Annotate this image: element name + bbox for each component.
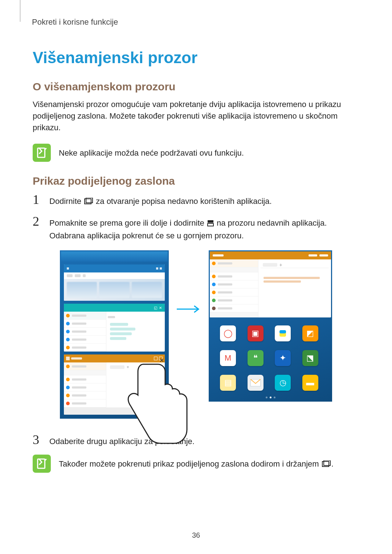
section-heading-about: O višenamjenskom prozoru xyxy=(33,81,359,93)
note-text-2: Također možete pokrenuti prikaz podijelj… xyxy=(59,455,334,470)
note-icon xyxy=(33,144,51,162)
step-3-text: Odaberite drugu aplikaciju za pokretanje… xyxy=(49,433,195,447)
note-2-text-b: . xyxy=(331,459,334,468)
app-clock-icon: ◷ xyxy=(275,375,291,391)
arrow-right-icon xyxy=(176,305,201,315)
note-text-1: Neke aplikacije možda neće podržavati ov… xyxy=(59,144,244,159)
step-1-text-b: za otvaranje popisa nedavno korištenih a… xyxy=(96,197,271,206)
app-video-icon: ▣ xyxy=(248,325,264,341)
app-galaxy-icon xyxy=(275,325,291,341)
margin-rule xyxy=(20,0,20,22)
svg-rect-0 xyxy=(38,148,45,157)
app-email-icon xyxy=(248,375,264,391)
note-2-text-a: Također možete pokrenuti prikaz podijelj… xyxy=(59,459,321,468)
step-2-text-c: Odabrana aplikacija pokrenut će se u gor… xyxy=(49,231,244,240)
recent-apps-icon xyxy=(84,196,93,208)
app-gallery-icon: ◩ xyxy=(302,325,318,341)
step-3: 3 Odaberite drugu aplikaciju za pokretan… xyxy=(33,433,359,447)
step-2-text-a: Pomaknite se prema gore ili dolje i dodi… xyxy=(49,218,207,227)
svg-rect-3 xyxy=(208,220,213,223)
app-maps-icon: ⬔ xyxy=(302,350,318,366)
step-2-text: Pomaknite se prema gore ili dolje i dodi… xyxy=(49,215,327,242)
recent-apps-icon xyxy=(322,459,331,470)
step-number: 3 xyxy=(33,433,43,446)
step-1: 1 Dodirnite za otvaranje popisa nedavno … xyxy=(33,193,359,208)
screenshot-split-result: + ◯ ▣ ◩ M ❝ ✦ ⬔ ▤ ◷ xyxy=(209,250,332,402)
note-block-1: Neke aplikacije možda neće podržavati ov… xyxy=(33,144,359,162)
figure-row: ◱✕ xyxy=(33,250,359,419)
step-1-text-a: Dodirnite xyxy=(49,197,83,206)
app-gmail-icon: M xyxy=(220,350,236,366)
svg-rect-4 xyxy=(208,223,213,226)
section-heading-split: Prikaz podijeljenog zaslona xyxy=(33,175,359,187)
note-icon xyxy=(33,455,51,473)
svg-rect-9 xyxy=(38,459,45,468)
breadcrumb: Pokreti i korisne funkcije xyxy=(32,17,359,27)
page-content: Pokreti i korisne funkcije Višenamjenski… xyxy=(0,0,392,473)
app-hangouts-icon: ❝ xyxy=(248,350,264,366)
app-chrome-icon: ◯ xyxy=(220,325,236,341)
split-view-icon xyxy=(207,218,214,230)
section-body-about: Višenamjenski prozor omogućuje vam pokre… xyxy=(33,99,359,134)
app-notes-icon: ▤ xyxy=(220,375,236,391)
screenshot-recent-apps: ◱✕ xyxy=(60,250,169,419)
page-title: Višenamjenski prozor xyxy=(33,49,359,67)
app-internet-icon: ✦ xyxy=(275,350,291,366)
svg-rect-7 xyxy=(279,330,286,333)
step-2: 2 Pomaknite se prema gore ili dolje i do… xyxy=(33,215,359,242)
step-number: 2 xyxy=(33,215,43,228)
step-1-text: Dodirnite za otvaranje popisa nedavno ko… xyxy=(49,193,272,208)
step-number: 1 xyxy=(33,193,43,206)
step-2-text-b: na prozoru nedavnih aplikacija. xyxy=(217,218,327,227)
page-number: 36 xyxy=(0,531,392,539)
app-files-icon: ▬ xyxy=(302,375,318,391)
note-block-2: Također možete pokrenuti prikaz podijelj… xyxy=(33,455,359,473)
